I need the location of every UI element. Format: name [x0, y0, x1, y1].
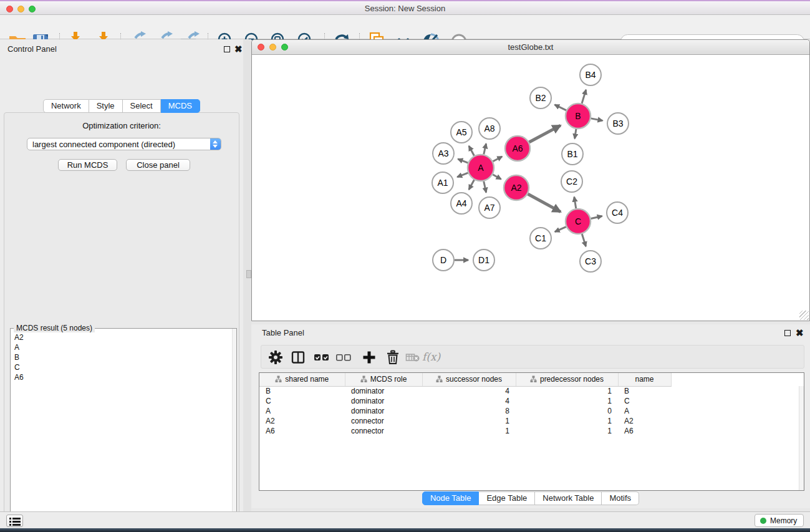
float-table-panel-icon[interactable] [784, 330, 791, 336]
graph-edge-A2-C[interactable] [528, 194, 560, 212]
graph-node-label-A7: A7 [484, 203, 494, 213]
graph-edge-A-A4[interactable] [469, 180, 475, 190]
graph-node-label-B: B [575, 111, 581, 121]
network-window-titlebar[interactable]: testGlobe.txt [252, 40, 809, 55]
table-cell: 1 [422, 426, 516, 436]
tab-edge-table[interactable]: Edge Table [479, 491, 535, 505]
mcds-result-title: MCDS result (5 nodes) [14, 324, 95, 332]
task-history-button[interactable] [6, 515, 23, 527]
mcds-result-item[interactable]: C [12, 362, 24, 372]
table-row[interactable]: A2connector11A2 [259, 416, 804, 426]
mcds-result-item[interactable]: A2 [12, 332, 24, 342]
graph-node-label-A1: A1 [437, 178, 448, 188]
graph-edge-A-A7[interactable] [484, 181, 486, 192]
table-scrollbar[interactable] [799, 386, 804, 490]
split-columns-icon[interactable] [291, 350, 306, 365]
control-panel: Control Panel ✖ NetworkStyleSelectMCDS O… [0, 39, 243, 511]
delete-table-icon[interactable] [405, 350, 420, 365]
main-toolbar [0, 15, 810, 39]
memory-button[interactable]: Memory [755, 514, 804, 527]
memory-status-icon [760, 518, 766, 524]
graph-node-label-C1: C1 [535, 233, 546, 243]
tab-select[interactable]: Select [123, 99, 161, 113]
optimization-criterion-select[interactable]: largest connected component (directed) [27, 138, 221, 150]
function-builder-icon[interactable]: f(x) [422, 351, 440, 363]
result-scrollbar[interactable] [232, 329, 236, 532]
graph-edge-C-C3[interactable] [582, 234, 586, 246]
column-header-name[interactable]: name [618, 373, 671, 386]
graph-edge-A-A5[interactable] [469, 146, 475, 156]
table-cell: connector [345, 426, 422, 436]
table-header-filler [671, 373, 804, 386]
graph-edge-A6-B[interactable] [529, 125, 561, 142]
table-cell: 1 [516, 386, 618, 396]
column-header-MCDS-role[interactable]: MCDS role [345, 373, 422, 386]
resize-grip[interactable] [799, 311, 809, 320]
graph-edge-B-B2[interactable] [555, 105, 567, 110]
graph-node-label-B4: B4 [585, 70, 595, 80]
node-table: shared nameMCDS rolesuccessor nodesprede… [259, 372, 804, 491]
close-panel-icon[interactable]: ✖ [234, 46, 243, 53]
application-window: Session: New Session [0, 0, 810, 532]
tab-network-table[interactable]: Network Table [535, 491, 602, 505]
table-row[interactable]: Adominator80A [259, 406, 804, 416]
tab-motifs[interactable]: Motifs [602, 491, 639, 505]
graph-edge-A-A2[interactable] [493, 175, 501, 180]
graph-node-label-D: D [440, 255, 446, 265]
column-header-successor-nodes[interactable]: successor nodes [422, 373, 516, 386]
run-mcds-button[interactable]: Run MCDS [58, 159, 117, 171]
table-cell-filler [671, 406, 804, 416]
close-panel-button[interactable]: Close panel [126, 159, 190, 171]
mcds-result-item[interactable]: B [12, 352, 24, 362]
add-column-icon[interactable] [362, 350, 377, 365]
desktop-strip [0, 528, 810, 532]
graph-edge-A-A1[interactable] [457, 173, 468, 177]
graph-edge-A-A8[interactable] [484, 143, 486, 154]
close-table-panel-icon[interactable]: ✖ [796, 329, 804, 337]
graph-edge-A-A3[interactable] [458, 159, 468, 163]
graph-edge-C-C1[interactable] [555, 227, 566, 232]
session-title: Session: New Session [0, 4, 810, 13]
selected-option: largest connected component (directed) [32, 140, 175, 149]
gear-icon[interactable] [268, 350, 283, 365]
table-cell: A6 [259, 426, 345, 436]
divider-grip[interactable] [246, 270, 251, 278]
mcds-result-list: A2ABCA6 [12, 332, 24, 382]
graph-node-label-A4: A4 [456, 198, 466, 208]
table-cell-filler [671, 416, 804, 426]
table-row[interactable]: A6connector11A6 [259, 426, 804, 436]
graph-node-label-A3: A3 [438, 148, 448, 158]
table-row[interactable]: Cdominator41C [259, 396, 804, 406]
graph-edge-A-A6[interactable] [493, 157, 502, 162]
table-cell-filler [671, 396, 804, 406]
table-header: shared nameMCDS rolesuccessor nodesprede… [259, 373, 804, 386]
graph-node-label-B3: B3 [612, 118, 623, 128]
table-cell: C [259, 396, 345, 406]
tab-style[interactable]: Style [89, 99, 123, 113]
column-header-shared-name[interactable]: shared name [259, 373, 345, 386]
mcds-result-item[interactable]: A6 [12, 372, 24, 382]
table-cell: 1 [516, 426, 618, 436]
tab-node-table[interactable]: Node Table [422, 491, 480, 505]
mcds-result-item[interactable]: A [12, 342, 24, 352]
tab-mcds[interactable]: MCDS [161, 99, 200, 113]
mcds-result-group: MCDS result (5 nodes) A2ABCA6 [10, 328, 237, 532]
graph-edge-C-C4[interactable] [591, 216, 602, 218]
graph-edge-C-C2[interactable] [574, 197, 576, 209]
tab-network[interactable]: Network [43, 99, 89, 113]
network-canvas[interactable]: B4B2BB3A5A8A6B1A3AC2A1A2A4A7CC4C1C3DD1 [252, 55, 809, 321]
deselect-all-icon[interactable] [335, 350, 353, 365]
table-panel-tabs: Node TableEdge TableNetwork TableMotifs [251, 491, 810, 505]
graph-edge-B-B1[interactable] [575, 129, 576, 138]
split-divider[interactable] [243, 39, 251, 511]
title-bar: Session: New Session [0, 1, 810, 15]
network-title: testGlobe.txt [252, 42, 809, 52]
graph-edge-B-B4[interactable] [582, 90, 586, 104]
float-panel-icon[interactable] [224, 46, 230, 52]
table-row[interactable]: Bdominator41B [259, 386, 804, 396]
delete-column-icon[interactable] [385, 350, 400, 365]
table-cell: A6 [618, 426, 671, 436]
graph-edge-B-B3[interactable] [591, 118, 603, 121]
select-all-icon[interactable] [314, 350, 331, 365]
column-header-predecessor-nodes[interactable]: predecessor nodes [516, 373, 618, 386]
